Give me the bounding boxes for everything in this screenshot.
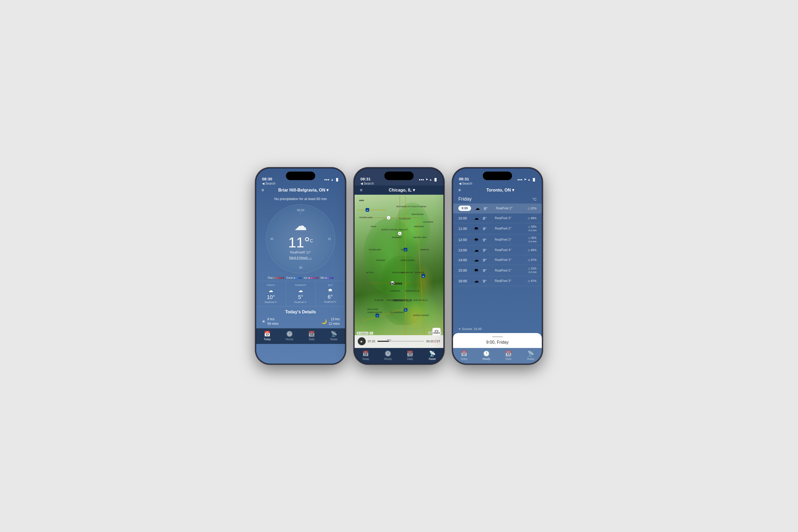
nav-today-1[interactable]: 📅 Today <box>256 331 279 341</box>
hourly-row-1100[interactable]: 11:00 🌧 9° RealFeel 2° ◇ 55%0.3 mm <box>453 223 542 234</box>
hour-temp-1100: 9° <box>483 226 492 231</box>
hour-rf-1400: RealFeel 3° <box>495 258 525 262</box>
nav-radar-2[interactable]: 📡 Radar <box>421 350 444 360</box>
location-label-3[interactable]: Toronto, ON ▾ <box>464 188 536 193</box>
dynamic-island-1 <box>286 172 315 180</box>
hourly-icon-1: 🕐 <box>286 331 293 337</box>
legend-snow-1: Snow <box>286 277 302 279</box>
city-ligonier: LIGONIER <box>423 221 433 223</box>
moon-icon: 🌙 <box>321 319 327 324</box>
temp-unit-badge: °C <box>532 197 536 201</box>
daily-icon-3: 📆 <box>505 350 512 357</box>
city-terre-haute: TERRE HAUTE <box>367 311 382 314</box>
legend-dots-mix <box>325 277 333 279</box>
hour-time-1500: 15:00 <box>458 268 470 272</box>
city-wakarusa: WAKARUSA <box>412 213 424 215</box>
city-south-bend: SOUTH BEND <box>412 205 426 208</box>
location-label-1[interactable]: Briar Hill-Belgravia, ON ▾ <box>267 188 340 193</box>
nav-hourly-3[interactable]: 🕐 Hourly <box>475 350 498 360</box>
status-icons-1: ●●● ▲ ▐▌ <box>324 178 339 181</box>
forecast-today: TODAY ☁ 10° RealFeel 5° <box>256 281 286 306</box>
hour-rf-1000: RealFeel 3° <box>495 216 525 220</box>
hourly-row-1600[interactable]: 16:00 ☁ 9° RealFeel 3° ◇ 47% <box>453 276 542 286</box>
location-label-2[interactable]: Chicago, IL ▾ <box>365 188 438 193</box>
today-content: No precipitation for at least 60 min 08:… <box>256 195 345 364</box>
legend-dots-rain <box>274 277 284 279</box>
nav-radar-3[interactable]: 📡 Radar <box>520 350 542 360</box>
hourly-row-1300[interactable]: 13:00 ☁ 9° RealFeel 4° ◇ 49% <box>453 245 542 255</box>
city-clinton: CLINTON <box>374 299 383 301</box>
timeline-track[interactable]: Now <box>377 341 424 342</box>
hour-temp-1600: 9° <box>483 279 492 283</box>
city-goodland: GOODLAND <box>369 248 381 251</box>
hourly-row-900[interactable]: 9:00 ☁ 8° RealFeel 2° ◇ 22% <box>453 204 542 213</box>
nav-today-label-3: Today <box>460 358 468 360</box>
nav-today-label-1: Today <box>264 338 271 341</box>
legend-mix-1: Mix <box>321 277 334 279</box>
hour-temp-1000: 8° <box>483 216 492 221</box>
battery-icon-3: ▐▌ <box>532 178 536 181</box>
hour-temp-1500: 9° <box>483 268 492 273</box>
hour-time-1200: 12:00 <box>458 238 470 242</box>
hourly-list: 9:00 ☁ 8° RealFeel 2° ◇ 22% 10:00 ☁ 8° R… <box>453 204 542 325</box>
accuweather-attr: AccuWeather <box>429 332 441 334</box>
phone-1: 08:30 ●●● ▲ ▐▌ ◀ Search ≡ Briar Hill-Bel… <box>255 168 346 364</box>
nav-daily-2[interactable]: 📆 Daily <box>399 350 421 360</box>
timeline-now-label: Now <box>387 339 391 341</box>
menu-icon-2[interactable]: ≡ <box>360 188 362 193</box>
gps-icon-2: ➤ <box>425 178 428 181</box>
hour-precip-1100: ◇ 55%0.3 mm <box>528 225 536 232</box>
city-shelbyville: SHELBYVILLE <box>413 299 427 301</box>
hour-precip-1200: ◇ 55%0.3 mm <box>528 236 536 243</box>
hourly-row-1500[interactable]: 15:00 🌧 9° RealFeel 2° ◇ 51%0.3 mm <box>453 265 542 276</box>
nav-today-3[interactable]: 📅 Today <box>453 350 475 360</box>
status-icons-2: ●●● ➤ ▲ ▐▌ <box>419 178 438 181</box>
city-michigan-city: MICHIGAN CITY <box>396 205 412 208</box>
map-area[interactable]: 94 65 65 6 74 <box>355 195 443 348</box>
city-cedar-lake: CEDAR LAKE <box>359 216 373 218</box>
nav-daily-3[interactable]: 📆 Daily <box>497 350 520 360</box>
nav-hourly-1[interactable]: 🕐 Hourly <box>279 331 301 341</box>
dynamic-island-3 <box>483 172 512 180</box>
temp-big: 11°C <box>288 235 313 249</box>
nav-radar-1[interactable]: 📡 Radar <box>323 331 345 341</box>
panel-handle <box>492 336 503 337</box>
radar-circle: 08:30 45 15 30 ☁ 11°C RealFeel® 12° Next… <box>266 204 335 273</box>
nav-daily-1[interactable]: 📆 Daily <box>301 331 323 341</box>
city-indiana: INDIANA <box>390 282 402 285</box>
next-hours[interactable]: Next 4 Hours → <box>289 256 312 260</box>
side-label-left: 45 <box>270 237 273 241</box>
nav-hourly-label-1: Hourly <box>286 338 293 341</box>
nav-today-2[interactable]: 📅 Today <box>355 350 377 360</box>
detail-night: 🌙 13 hrs12 mins <box>321 317 340 326</box>
today-icon-3: 📅 <box>461 350 467 357</box>
hour-precip-900: ◇ 22% <box>528 206 536 210</box>
status-time-3: 08:31 <box>459 177 469 181</box>
hour-time-900: 9:00 <box>458 206 471 211</box>
wifi-icon-2: ▲ <box>429 178 432 181</box>
realfeel-1: RealFeel® 12° <box>290 251 311 254</box>
city-silver-lake: SILVER LAKE <box>413 236 427 239</box>
hourly-row-1400[interactable]: 14:00 ☁ 9° RealFeel 3° ◇ 47% <box>453 255 542 265</box>
hourly-content: Friday °C 9:00 ☁ 8° RealFeel 2° ◇ 22% 10… <box>453 195 542 364</box>
city-highland: HIGHLAND <box>367 308 378 310</box>
nav-hourly-2[interactable]: 🕐 Hourly <box>377 350 399 360</box>
time-tick <box>301 212 301 214</box>
city-deer-creek: DEER CREEK <box>401 259 415 262</box>
hourly-row-1000[interactable]: 10:00 ☁ 8° RealFeel 3° ◇ 49% <box>453 213 542 223</box>
timeline-end: 09:20 CST <box>426 340 440 343</box>
hourly-row-1200[interactable]: 12:00 🌧 9° RealFeel 2° ◇ 55%0.3 mm <box>453 234 542 246</box>
menu-icon-3[interactable]: ≡ <box>458 188 461 193</box>
details-section: Today's Details ☀ 8 hrs59 mins 🌙 13 hrs1… <box>256 306 345 328</box>
hour-time-1000: 10:00 <box>458 216 470 220</box>
hour-precip-1500: ◇ 51%0.3 mm <box>528 267 536 274</box>
menu-icon-1[interactable]: ≡ <box>262 188 264 193</box>
city-north-verno: NORTH VERNO <box>413 314 429 317</box>
hour-icon-1300: ☁ <box>473 247 480 253</box>
city-lebanon: LEBANON <box>390 290 400 292</box>
radar-icon-3: 📡 <box>528 350 534 357</box>
forecast-tonight: TONIGHT ☁ 5° RealFeel 3° <box>286 281 316 306</box>
legend-dots-ice <box>308 277 318 279</box>
play-button[interactable]: ▶ <box>358 337 366 345</box>
legend-rain-1: Rain <box>268 277 284 279</box>
